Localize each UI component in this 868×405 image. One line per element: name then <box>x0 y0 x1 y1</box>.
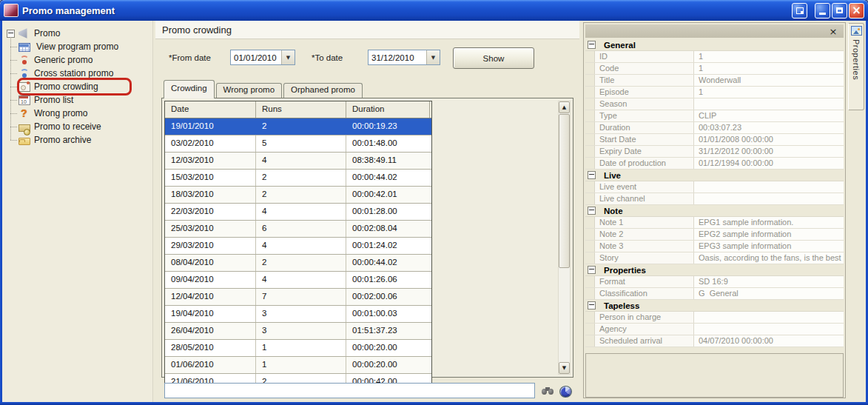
tab-properties[interactable]: Properties <box>848 23 864 110</box>
vertical-scrollbar[interactable]: ▲ ▼ <box>558 101 571 375</box>
section-note[interactable]: Note <box>585 205 844 217</box>
property-row[interactable]: Agency <box>585 324 844 335</box>
scrollbar-thumb[interactable] <box>559 114 570 268</box>
chevron-down-icon[interactable]: ▼ <box>281 50 295 64</box>
table-row[interactable]: 18/03/2010200:00:42.01 <box>165 187 431 204</box>
section-properties[interactable]: Properties <box>585 264 844 276</box>
table-cell: 08/04/2010 <box>165 255 256 271</box>
inbox-icon <box>18 124 30 132</box>
property-row[interactable]: TypeCLIP <box>585 110 844 122</box>
table-row[interactable]: 25/03/2010600:02:08.04 <box>165 221 431 238</box>
sidebar-item-promo-to-receive[interactable]: Promo to receive <box>10 120 152 133</box>
property-row[interactable]: Season <box>585 98 844 110</box>
property-row[interactable]: Person in charge <box>585 312 844 324</box>
minimize-button[interactable] <box>815 3 830 19</box>
scroll-down-icon[interactable]: ▼ <box>559 362 570 374</box>
section-live[interactable]: Live <box>585 170 844 181</box>
sidebar-item-promo-list[interactable]: Promo list <box>10 93 152 107</box>
close-icon[interactable]: × <box>827 26 839 36</box>
sidebar-item-promo-archive[interactable]: Promo archive <box>10 133 152 147</box>
table-row[interactable]: 12/03/2010408:38:49.11 <box>165 153 431 170</box>
table-row[interactable]: 29/03/2010400:01:24.02 <box>165 238 431 255</box>
property-row[interactable]: ClassificationG General <box>585 288 844 300</box>
sidebar-item-cross-station-promo[interactable]: Cross station promo <box>10 67 152 80</box>
property-row[interactable]: Date of production01/12/1994 00:00:00 <box>585 158 844 170</box>
property-label: Season <box>595 98 694 110</box>
to-date-select[interactable]: 31/12/2010 ▼ <box>368 50 440 65</box>
property-value: SD 16:9 <box>694 276 844 287</box>
column-header-runs[interactable]: Runs <box>256 101 346 118</box>
table-row[interactable]: 08/04/2010200:00:44.02 <box>165 255 431 272</box>
table-row[interactable]: 09/04/2010400:01:26.06 <box>165 272 431 289</box>
table-row[interactable]: 26/04/2010301:51:37.23 <box>165 323 431 340</box>
chevron-down-icon[interactable]: ▼ <box>426 50 440 64</box>
table-row[interactable]: 15/03/2010200:00:44.02 <box>165 170 431 187</box>
property-label: Note 1 <box>595 217 694 228</box>
property-row[interactable]: StoryOasis, according to the fans, is th… <box>585 252 844 264</box>
table-row[interactable]: 19/01/2010200:00:19.23 <box>165 118 431 135</box>
properties-grid: GeneralID1Code1TitleWonderwallEpisode1Se… <box>585 39 844 347</box>
megaphone-icon <box>18 28 30 39</box>
table-row[interactable]: 03/02/2010500:01:48.00 <box>165 135 431 153</box>
section-tapeless[interactable]: Tapeless <box>585 300 844 312</box>
maximize-button[interactable] <box>832 3 847 19</box>
column-header-date[interactable]: Date <box>165 101 256 118</box>
property-row[interactable]: Note 1EPG1 sample information. <box>585 217 844 229</box>
table-cell: 2 <box>256 170 346 186</box>
property-row[interactable]: Duration00:03:07.23 <box>585 122 844 134</box>
collapse-icon[interactable] <box>588 266 596 274</box>
tab-crowding[interactable]: Crowding <box>164 80 215 98</box>
property-row[interactable]: Code1 <box>585 63 844 75</box>
table-cell: 28/05/2010 <box>165 340 256 356</box>
row-margin <box>585 158 595 169</box>
popup-window-button[interactable] <box>792 3 807 19</box>
property-row[interactable]: Note 2EPG2 sample information <box>585 229 844 241</box>
property-row[interactable]: ID1 <box>585 51 844 63</box>
tab-wrong-promo[interactable]: Wrong promo <box>216 83 282 98</box>
row-margin <box>585 146 595 157</box>
collapse-icon[interactable] <box>588 207 596 215</box>
collapse-icon[interactable] <box>588 171 596 179</box>
property-row[interactable]: Scheduled arrival04/07/2010 00:00:00 <box>585 335 844 347</box>
property-row[interactable]: TitleWonderwall <box>585 75 844 87</box>
property-row[interactable]: FormatSD 16:9 <box>585 276 844 288</box>
collapse-icon[interactable] <box>588 301 596 309</box>
show-button[interactable]: Show <box>453 47 534 69</box>
tree-connector <box>10 140 17 141</box>
property-row[interactable]: Note 3EPG3 sample information <box>585 241 844 252</box>
maximize-icon <box>836 7 843 13</box>
property-row[interactable]: Episode1 <box>585 87 844 98</box>
property-row[interactable]: Expiry Date31/12/2012 00:00:00 <box>585 146 844 158</box>
table-row[interactable]: 22/03/2010400:01:28.00 <box>165 204 431 221</box>
column-header-duration[interactable]: Duration <box>346 101 430 118</box>
find-button[interactable] <box>538 382 556 401</box>
property-row[interactable]: Start Date01/01/2008 00:00:00 <box>585 134 844 146</box>
row-margin <box>585 110 595 121</box>
table-row[interactable]: 01/06/2010100:00:20.00 <box>165 357 431 374</box>
properties-panel: × GeneralID1Code1TitleWonderwallEpisode1… <box>583 22 846 398</box>
close-button[interactable]: × <box>849 3 864 19</box>
from-date-label: *From date <box>169 53 211 62</box>
sidebar-item-view-program-promo[interactable]: View program promo <box>10 40 152 53</box>
chart-button[interactable] <box>556 382 575 401</box>
sidebar-item-generic-promo[interactable]: Generic promo <box>10 53 152 67</box>
from-date-select[interactable]: 01/01/2010 ▼ <box>230 50 295 65</box>
row-margin <box>585 181 595 193</box>
crowding-table: DateRunsDuration 19/01/2010200:00:19.230… <box>164 101 432 392</box>
collapse-icon[interactable] <box>588 41 596 49</box>
sidebar-item-wrong-promo[interactable]: Wrong promo <box>10 107 152 120</box>
pie-chart-icon <box>559 386 572 398</box>
collapse-icon[interactable] <box>7 30 15 38</box>
section-general[interactable]: General <box>585 39 844 51</box>
table-row[interactable]: 28/05/2010100:00:20.00 <box>165 340 431 357</box>
table-row[interactable]: 12/04/2010700:02:00.06 <box>165 289 431 306</box>
property-row[interactable]: Live channel <box>585 193 844 205</box>
search-input[interactable] <box>164 383 535 398</box>
sidebar-item-promo-crowding[interactable]: Promo crowding <box>10 80 152 93</box>
scroll-up-icon[interactable]: ▲ <box>559 101 570 113</box>
sidebar-item-promo[interactable]: Promo <box>2 27 152 40</box>
property-row[interactable]: Live event <box>585 181 844 193</box>
table-row[interactable]: 19/04/2010300:01:00.03 <box>165 306 431 323</box>
property-label: Scheduled arrival <box>595 335 694 347</box>
tab-orphaned-promo[interactable]: Orphaned promo <box>283 83 363 98</box>
